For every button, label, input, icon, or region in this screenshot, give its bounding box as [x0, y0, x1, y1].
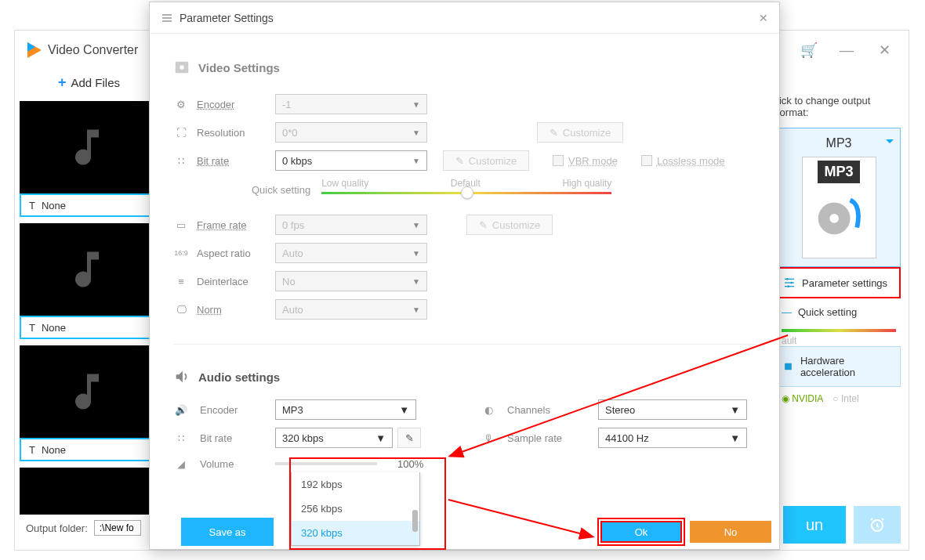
aspect-label: Aspect ratio	[197, 247, 267, 259]
dropdown-option[interactable]: 192 kbps	[292, 472, 419, 497]
svg-point-1	[829, 214, 839, 223]
channels-icon: ◐	[481, 402, 496, 417]
scrollbar-thumb[interactable]	[412, 510, 418, 532]
file-thumbnail[interactable]	[20, 468, 154, 515]
file-thumbnail[interactable]	[20, 345, 154, 438]
quality-label: ault	[777, 335, 901, 346]
file-caption-row[interactable]: TNone	[20, 193, 154, 217]
text-icon: T	[29, 322, 35, 334]
pencil-icon: ✎	[479, 219, 488, 231]
audio-encoder-select[interactable]: MP3▼	[275, 399, 416, 420]
output-folder-row: Output folder:	[26, 520, 141, 536]
output-folder-input[interactable]	[94, 520, 141, 536]
speaker-icon: 🔊	[173, 402, 189, 417]
norm-label: Norm	[197, 304, 267, 316]
dash-icon: —	[782, 306, 792, 318]
volume-label: Volume	[200, 458, 270, 470]
video-section-header: Video Settings	[173, 59, 756, 76]
bitrate-label: Bit rate	[197, 155, 267, 167]
close-window-button[interactable]: ✕	[872, 38, 896, 62]
dialog-footer: Save as Ok No	[150, 515, 779, 549]
framerate-select: 0 fps▼	[275, 215, 427, 235]
bitrate-edit-button[interactable]: ✎	[397, 428, 421, 448]
file-list: TNone TNone TNone	[15, 95, 168, 515]
schedule-button[interactable]	[854, 506, 901, 544]
hw-vendors: ◉ NVIDIA ○ Intel	[777, 387, 901, 410]
audio-bitrate-select[interactable]: 320 kbps▼	[275, 428, 393, 448]
vbr-mode-checkbox[interactable]: VBR mode	[553, 155, 618, 167]
run-button[interactable]: un	[783, 506, 846, 544]
dropdown-option-selected[interactable]: 320 kbps	[292, 521, 419, 545]
file-thumbnail[interactable]	[20, 223, 154, 316]
format-hint: lick to change output format:	[777, 95, 901, 118]
norm-select: Auto▼	[275, 299, 427, 320]
deint-select: No▼	[275, 271, 427, 291]
deint-icon: ≡	[173, 273, 189, 289]
ok-button[interactable]: Ok	[600, 521, 682, 543]
bitrate-icon: ∷	[173, 430, 189, 446]
text-icon: T	[29, 200, 35, 211]
logo-icon	[27, 42, 42, 58]
intel-badge: ○ Intel	[832, 393, 858, 404]
sample-label: Sample rate	[507, 432, 578, 444]
quality-bar	[782, 329, 896, 332]
volume-slider[interactable]	[275, 462, 377, 465]
svg-rect-2	[785, 279, 794, 280]
mic-icon: 🎙	[481, 430, 496, 446]
volume-icon: ◢	[173, 456, 189, 471]
bitrate-dropdown[interactable]: 192 kbps 256 kbps 320 kbps	[291, 472, 420, 546]
sliders-icon	[161, 12, 173, 24]
film-icon	[173, 59, 190, 76]
svg-rect-8	[785, 363, 792, 370]
slider-knob[interactable]	[461, 186, 473, 199]
format-image: MP3	[802, 157, 876, 258]
svg-point-7	[787, 285, 789, 287]
bitrate-customize-button[interactable]: ✎Customize	[443, 150, 529, 171]
dropdown-option[interactable]: 256 kbps	[292, 497, 419, 521]
close-icon[interactable]: ✕	[759, 12, 768, 24]
framerate-customize-button: ✎Customize	[466, 215, 553, 235]
output-format-card[interactable]: MP3 MP3	[777, 128, 901, 267]
sample-select[interactable]: 44100 Hz▼	[598, 428, 747, 448]
framerate-label: Frame rate	[197, 219, 267, 231]
quality-slider[interactable]: Low qualityDefaultHigh quality	[321, 178, 611, 201]
aspect-icon: 16:9	[173, 245, 189, 261]
framerate-icon: ▭	[173, 217, 189, 233]
save-as-button[interactable]: Save as	[181, 518, 274, 546]
pencil-icon: ✎	[455, 155, 464, 167]
encoder-icon: ⚙	[173, 96, 189, 112]
lossless-mode-checkbox[interactable]: Lossless mode	[641, 155, 725, 167]
no-button[interactable]: No	[690, 521, 771, 543]
dialog-title: Parameter Settings	[180, 12, 274, 24]
svg-rect-3	[785, 282, 794, 283]
hardware-accel-button[interactable]: Hardware acceleration	[777, 346, 901, 387]
svg-rect-11	[162, 17, 172, 18]
minimize-button[interactable]: —	[835, 38, 858, 62]
file-thumbnail[interactable]	[20, 101, 154, 193]
file-caption-row[interactable]: TNone	[20, 438, 154, 461]
nvidia-badge: ◉ NVIDIA	[782, 393, 823, 404]
dialog-titlebar: Parameter Settings ✕	[150, 2, 779, 34]
cart-icon[interactable]: 🛒	[797, 38, 821, 62]
svg-rect-12	[162, 20, 172, 21]
pencil-icon: ✎	[550, 127, 558, 139]
encoder-label: Encoder	[197, 99, 267, 110]
svg-rect-10	[162, 14, 172, 15]
svg-point-5	[786, 278, 789, 280]
audio-section-header: Audio settings	[173, 368, 756, 385]
resolution-label: Resolution	[197, 127, 267, 139]
bitrate-icon: ∷	[173, 153, 189, 168]
resolution-select: 0*0▼	[275, 122, 427, 143]
file-caption-row[interactable]: TNone	[20, 316, 154, 339]
parameter-settings-button[interactable]: Parameter settings	[777, 267, 901, 298]
video-bitrate-select[interactable]: 0 kbps▼	[275, 150, 427, 171]
chip-icon	[782, 360, 794, 373]
sliders-icon	[783, 276, 796, 289]
deint-label: Deinterlace	[197, 276, 267, 287]
audio-bitrate-label: Bit rate	[200, 432, 270, 444]
format-panel: lick to change output format: MP3 MP3 Pa…	[769, 95, 909, 410]
clock-icon	[868, 515, 887, 534]
channels-select[interactable]: Stereo▼	[598, 399, 747, 420]
quick-setting-button[interactable]: — Quick setting	[777, 298, 901, 326]
quick-setting-row: Quick setting Low qualityDefaultHigh qua…	[173, 178, 756, 201]
